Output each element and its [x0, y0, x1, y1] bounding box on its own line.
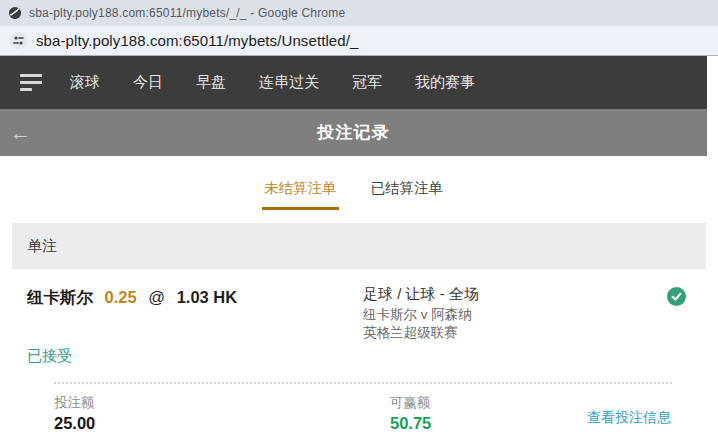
bet-type-section-header: 单注 — [12, 223, 706, 269]
bet-type-label: 单注 — [27, 237, 57, 256]
page-title: 投注记录 — [0, 121, 707, 144]
nav-item-today[interactable]: 今日 — [133, 73, 163, 92]
page-content: 滚球 今日 早盘 连串过关 冠军 我的赛事 ← 投注记录 未结算注单 已结算注单… — [0, 56, 707, 433]
amounts-row: 投注额 25.00 可赢额 50.75 查看投注信息 — [27, 384, 689, 433]
win-column: 可赢额 50.75 — [390, 394, 587, 433]
bet-info-column: 足球 / 让球 - 全场 纽卡斯尔 v 阿森纳 英格兰超级联赛 — [363, 285, 667, 342]
nav-item-parlay[interactable]: 连串过关 — [259, 73, 319, 92]
browser-address-bar[interactable]: sba-plty.poly188.com:65011/mybets/Unsett… — [0, 26, 718, 56]
bet-row: 纽卡斯尔 0.25 @ 1.03 HK 已接受 足球 / 让球 - 全场 纽卡斯… — [27, 285, 689, 366]
accepted-check-wrap — [667, 285, 689, 310]
nav-item-early[interactable]: 早盘 — [196, 73, 226, 92]
at-symbol: @ — [148, 288, 165, 306]
stake-label: 投注额 — [54, 394, 390, 412]
bet-selection-line: 纽卡斯尔 0.25 @ 1.03 HK — [27, 287, 363, 309]
stake-value: 25.00 — [54, 414, 390, 433]
league-name: 英格兰超级联赛 — [363, 324, 667, 342]
accepted-check-icon — [667, 287, 686, 306]
stake-column: 投注额 25.00 — [54, 394, 390, 433]
nav-item-live[interactable]: 滚球 — [70, 73, 100, 92]
page-header: ← 投注记录 — [0, 109, 707, 156]
match-name: 纽卡斯尔 v 阿森纳 — [363, 306, 667, 324]
handicap-value: 0.25 — [105, 288, 137, 306]
window-title: sba-plty.poly188.com:65011/mybets/_/_ - … — [29, 6, 345, 20]
bet-status-tabs: 未结算注单 已结算注单 — [0, 171, 707, 210]
url-text[interactable]: sba-plty.poly188.com:65011/mybets/Unsett… — [36, 32, 358, 49]
tab-settled[interactable]: 已结算注单 — [369, 171, 446, 210]
nav-item-outright[interactable]: 冠军 — [352, 73, 382, 92]
site-favicon-icon — [8, 6, 22, 20]
bet-card: 纽卡斯尔 0.25 @ 1.03 HK 已接受 足球 / 让球 - 全场 纽卡斯… — [0, 269, 707, 433]
odds-value: 1.03 HK — [177, 288, 238, 306]
selection-name: 纽卡斯尔 — [27, 288, 93, 306]
tab-unsettled[interactable]: 未结算注单 — [262, 171, 339, 210]
bet-selection-column: 纽卡斯尔 0.25 @ 1.03 HK 已接受 — [27, 285, 363, 366]
main-navbar: 滚球 今日 早盘 连串过关 冠军 我的赛事 — [0, 56, 707, 109]
browser-titlebar: sba-plty.poly188.com:65011/mybets/_/_ - … — [0, 0, 718, 26]
site-settings-tune-icon[interactable] — [10, 32, 27, 49]
view-bet-details-link[interactable]: 查看投注信息 — [587, 409, 671, 427]
win-value: 50.75 — [390, 414, 587, 433]
market-name: 足球 / 让球 - 全场 — [363, 285, 667, 304]
nav-item-my-events[interactable]: 我的赛事 — [415, 73, 475, 92]
bet-status-text: 已接受 — [27, 347, 363, 366]
hamburger-menu-icon[interactable] — [20, 74, 42, 91]
win-label: 可赢额 — [390, 394, 587, 412]
